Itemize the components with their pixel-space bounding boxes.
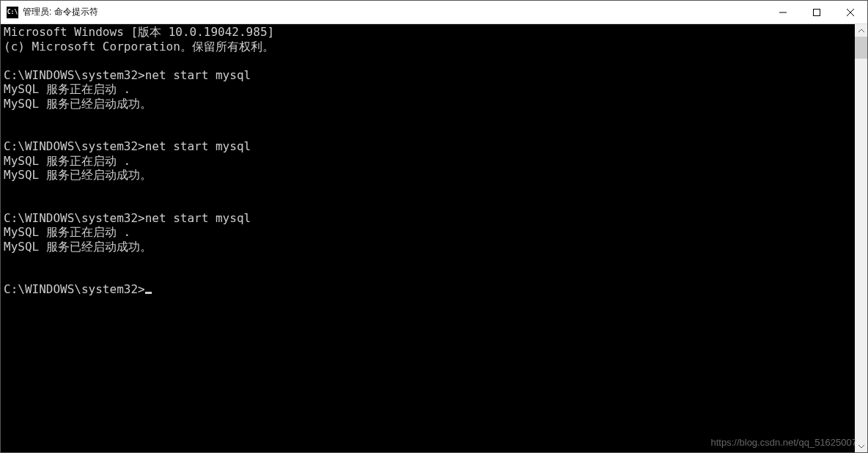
maximize-button[interactable] — [800, 1, 834, 23]
terminal-container: Microsoft Windows [版本 10.0.19042.985] (c… — [1, 24, 867, 452]
close-button[interactable] — [834, 1, 867, 23]
scroll-up-button[interactable] — [855, 24, 867, 37]
scroll-thumb[interactable] — [855, 37, 867, 59]
terminal-prompt: C:\WINDOWS\system32> — [4, 282, 145, 296]
window-controls — [766, 1, 867, 23]
cmd-icon: C:\ — [7, 7, 18, 18]
minimize-button[interactable] — [766, 1, 800, 23]
window-title: 管理员: 命令提示符 — [23, 6, 766, 18]
terminal-output[interactable]: Microsoft Windows [版本 10.0.19042.985] (c… — [1, 24, 855, 452]
cmd-window: C:\ 管理员: 命令提示符 Microsoft Windows [版本 10.… — [0, 0, 868, 453]
titlebar[interactable]: C:\ 管理员: 命令提示符 — [1, 1, 867, 24]
scrollbar[interactable] — [855, 24, 867, 452]
watermark: https://blog.csdn.net/qq_51625007 — [711, 437, 858, 448]
svg-rect-1 — [814, 9, 820, 15]
cursor — [145, 292, 152, 294]
